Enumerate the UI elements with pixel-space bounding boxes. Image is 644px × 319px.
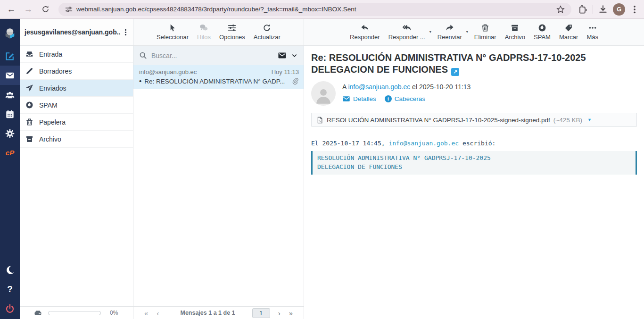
more-button[interactable]: Más bbox=[582, 24, 603, 41]
archive-button[interactable]: Archivo bbox=[501, 24, 529, 41]
bookmark-star-icon[interactable] bbox=[556, 5, 565, 14]
reply-all-icon bbox=[403, 24, 411, 32]
attachment-row[interactable]: RESOLUCIÓN ADMINISTRATIVA N° GADPRSJ-17-… bbox=[311, 113, 637, 127]
browser-reload-icon[interactable] bbox=[39, 3, 52, 16]
pencil-icon bbox=[25, 67, 33, 75]
subject-text: Re: RESOLUCIÓN ADMINISTRATIVA N° GADPRSJ… bbox=[311, 52, 586, 75]
prev-page-icon[interactable]: ‹ bbox=[152, 309, 163, 317]
logout-power-icon[interactable] bbox=[0, 299, 20, 318]
quote-header: El 2025-10-17 14:45, info@sanjuan.gob.ec… bbox=[311, 139, 637, 148]
archive-icon bbox=[25, 135, 33, 143]
mail-icon[interactable] bbox=[0, 66, 20, 85]
site-settings-icon[interactable] bbox=[65, 6, 73, 13]
list-toolbar: Seleccionar Hilos Opciones Actualizar bbox=[133, 19, 304, 46]
details-link[interactable]: Detalles bbox=[342, 95, 376, 103]
to-prefix: A bbox=[342, 83, 347, 91]
message-toolbar: Responder Responder ... ▾ Reenviar ▾ bbox=[304, 19, 644, 46]
reply-all-caret-icon[interactable]: ▾ bbox=[429, 30, 431, 34]
quota-progress bbox=[48, 311, 101, 315]
cpanel-icon[interactable]: cP bbox=[0, 143, 20, 162]
sidebar-item-papelera[interactable]: Papelera bbox=[20, 114, 133, 131]
forward-button[interactable]: Reenviar ▾ bbox=[433, 24, 466, 41]
extensions-icon[interactable] bbox=[578, 5, 587, 14]
paperclip-icon bbox=[291, 77, 299, 85]
spam-button[interactable]: SPAM bbox=[529, 24, 555, 41]
tag-icon bbox=[564, 24, 573, 32]
send-plane-icon bbox=[25, 84, 33, 92]
delete-button[interactable]: Eliminar bbox=[470, 24, 501, 41]
headers-link[interactable]: i Cabeceras bbox=[385, 95, 425, 102]
flame-icon bbox=[25, 101, 33, 109]
browser-forward-icon[interactable]: → bbox=[22, 3, 35, 16]
last-page-icon[interactable]: » bbox=[285, 309, 297, 317]
quote-line: RESOLUCIÓN ADMINISTRATIVA N° GADPRSJ-17-… bbox=[317, 153, 631, 162]
folder-label: Enviados bbox=[39, 84, 66, 92]
reply-label: Responder bbox=[350, 34, 380, 41]
reply-button[interactable]: Responder bbox=[346, 24, 384, 41]
select-button[interactable]: Seleccionar bbox=[152, 24, 193, 41]
reply-all-button[interactable]: Responder ... ▾ bbox=[384, 24, 429, 41]
search-options-chevron-icon[interactable] bbox=[291, 52, 298, 59]
next-page-icon[interactable]: › bbox=[274, 309, 285, 317]
message-list-item[interactable]: info@sanjuan.gob.ec Hoy 11:13 • Re: RESO… bbox=[133, 65, 304, 89]
inbox-icon bbox=[25, 50, 33, 58]
more-dots-icon bbox=[588, 24, 597, 32]
forward-caret-icon[interactable]: ▾ bbox=[466, 30, 468, 34]
browser-menu-icon[interactable] bbox=[630, 5, 639, 14]
archive-icon bbox=[511, 24, 519, 32]
quote-header-pre: El 2025-10-17 14:45, bbox=[311, 140, 388, 147]
contacts-icon[interactable] bbox=[0, 85, 20, 104]
quoted-text-block: RESOLUCIÓN ADMINISTRATIVA N° GADPRSJ-17-… bbox=[311, 151, 637, 175]
sender-avatar bbox=[311, 81, 336, 106]
message-view-column: Responder Responder ... ▾ Reenviar ▾ bbox=[304, 19, 644, 319]
archive-label: Archivo bbox=[505, 34, 525, 41]
sidebar-item-enviados[interactable]: Enviados bbox=[20, 80, 133, 97]
mark-label: Marcar bbox=[559, 34, 578, 41]
sidebar-item-archivo[interactable]: Archivo bbox=[20, 131, 133, 148]
page-number-input[interactable] bbox=[252, 308, 270, 318]
attachment-name[interactable]: RESOLUCIÓN ADMINISTRATIVA N° GADPRSJ-17-… bbox=[327, 117, 550, 124]
options-button[interactable]: Opciones bbox=[215, 24, 249, 41]
refresh-icon bbox=[263, 24, 271, 32]
quoted-email-link[interactable]: info@sanjuan.gob.ec bbox=[388, 140, 459, 147]
settings-gear-icon[interactable] bbox=[0, 124, 20, 143]
address-bar[interactable]: webmail.sanjuan.gob.ec/cpsess4824883478/… bbox=[58, 3, 571, 16]
message-body: El 2025-10-17 14:45, info@sanjuan.gob.ec… bbox=[311, 139, 637, 175]
pdf-file-icon bbox=[316, 117, 323, 124]
account-menu-icon[interactable] bbox=[121, 26, 130, 38]
help-icon[interactable]: ? bbox=[0, 279, 20, 299]
calendar-icon[interactable] bbox=[0, 104, 20, 124]
search-scope-mail-icon[interactable] bbox=[278, 51, 287, 60]
search-icon bbox=[139, 51, 147, 59]
refresh-button[interactable]: Actualizar bbox=[249, 24, 285, 41]
sidebar-item-borradores[interactable]: Borradores bbox=[20, 63, 133, 80]
first-page-icon[interactable]: « bbox=[140, 309, 152, 317]
attachment-menu-icon[interactable]: ▼ bbox=[587, 118, 592, 122]
profile-avatar[interactable]: G bbox=[613, 3, 625, 16]
url-text[interactable]: webmail.sanjuan.gob.ec/cpsess4824883478/… bbox=[76, 6, 556, 13]
threads-label: Hilos bbox=[197, 34, 211, 41]
pagination-bar: « ‹ Mensajes 1 a 1 de 1 › » bbox=[133, 306, 304, 319]
account-email: jesusgavilanes@sanjuan.gob.... bbox=[25, 28, 121, 36]
downloads-icon[interactable] bbox=[598, 5, 608, 14]
sidebar-item-entrada[interactable]: Entrada bbox=[20, 46, 133, 63]
folder-label: Papelera bbox=[39, 118, 66, 126]
read-status-dot[interactable]: • bbox=[139, 79, 141, 84]
search-bar bbox=[133, 46, 304, 65]
dark-mode-moon-icon[interactable] bbox=[0, 260, 20, 279]
headers-label: Cabeceras bbox=[395, 95, 425, 102]
recipient-email-link[interactable]: info@sanjuan.gob.ec bbox=[348, 83, 410, 91]
search-input[interactable] bbox=[151, 52, 273, 59]
open-in-new-window-icon[interactable]: ↗ bbox=[451, 68, 459, 76]
browser-back-icon[interactable]: ← bbox=[5, 3, 18, 16]
threads-button[interactable]: Hilos bbox=[193, 24, 215, 41]
compose-icon[interactable] bbox=[0, 46, 20, 66]
account-header[interactable]: jesusgavilanes@sanjuan.gob.... bbox=[20, 19, 133, 46]
sidebar-item-spam[interactable]: SPAM bbox=[20, 97, 133, 114]
select-label: Seleccionar bbox=[157, 34, 189, 41]
mark-button[interactable]: Marcar bbox=[555, 24, 582, 41]
reply-icon bbox=[361, 24, 369, 32]
folder-label: Archivo bbox=[39, 135, 61, 143]
trash-icon bbox=[481, 24, 489, 32]
flame-icon bbox=[538, 24, 546, 32]
